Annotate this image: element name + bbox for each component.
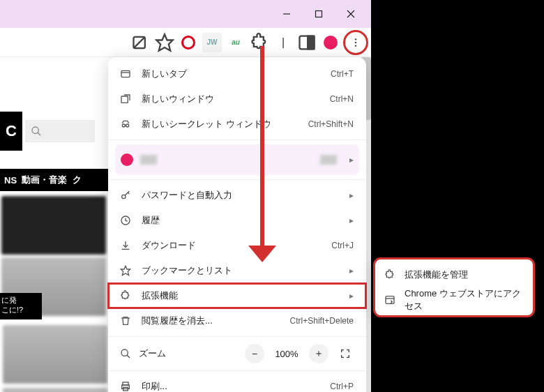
menu-separator [108,140,366,140]
profile-name-blurred [140,155,157,165]
download-icon [119,239,132,252]
minimize-button[interactable] [271,3,303,25]
menu-label: 閲覧履歴を消去... [142,315,280,327]
incognito-icon [119,118,132,130]
maximize-button[interactable] [303,3,335,25]
menu-new-incognito[interactable]: 新しいシークレット ウィンドウ Ctrl+Shift+N [108,112,366,137]
svg-line-22 [128,193,129,194]
divider: | [273,33,293,52]
nav-more[interactable]: ク [73,174,82,186]
svg-rect-1 [316,11,322,17]
svg-point-12 [32,127,38,133]
nav-video[interactable]: 動画・音楽 [22,174,67,186]
menu-downloads[interactable]: ダウンロード Ctrl+J [108,233,366,258]
svg-line-28 [127,355,130,358]
extensions-puzzle-icon [119,289,132,302]
menu-shortcut: Ctrl+N [330,94,354,104]
trash-icon [119,315,132,327]
close-button[interactable] [335,3,367,25]
profile-sync-blurred [320,155,337,165]
main-menu: 新しいタブ Ctrl+T 新しいウィンドウ Ctrl+N 新しいシークレット ウ… [108,57,366,392]
category-nav[interactable]: NS 動画・音楽 ク [0,169,108,191]
kebab-menu-button[interactable] [345,31,367,54]
chevron-right-icon: ▸ [349,291,354,301]
menu-label: ブックマークとリスト [142,264,334,277]
svg-rect-14 [121,70,130,77]
webstore-icon [384,294,396,306]
menu-shortcut: Ctrl+Shift+N [308,119,354,129]
submenu-label: 拡張機能を管理 [405,269,468,281]
svg-point-17 [122,124,125,127]
menu-separator [108,336,366,337]
adblock-icon[interactable] [131,33,151,52]
chevron-right-icon: ▸ [349,190,354,200]
new-tab-icon [119,68,132,80]
menu-shortcut: Ctrl+P [330,382,354,391]
print-icon [119,380,132,392]
side-panel-icon[interactable] [297,33,317,52]
svg-point-20 [122,195,126,198]
submenu-label: Chrome ウェブストアにアクセス [405,287,524,312]
thumbnail[interactable] [3,325,107,384]
menu-bookmarks[interactable]: ブックマークとリスト ▸ [108,258,366,283]
menu-label: 印刷... [142,380,320,392]
history-icon [119,214,132,227]
menu-label: 新しいウィンドウ [142,93,320,105]
bookmark-star-icon [119,264,132,277]
site-logo[interactable]: C [0,112,22,151]
svg-marker-6 [156,34,172,50]
menu-label: ズーム [139,347,238,360]
svg-point-27 [121,349,128,356]
submenu-manage-extensions[interactable]: 拡張機能を管理 [374,262,534,287]
thumbnail[interactable] [1,196,106,255]
menu-label: 新しいタブ [142,68,321,80]
svg-point-18 [126,124,129,127]
svg-point-9 [355,38,356,40]
menu-passwords[interactable]: パスワードと自動入力 ▸ [108,183,366,208]
extensions-puzzle-icon [384,269,396,281]
menu-zoom: ズーム − 100% ＋ [108,340,366,368]
submenu-chrome-webstore[interactable]: Chrome ウェブストアにアクセス [374,287,534,312]
menu-print[interactable]: 印刷... Ctrl+P [108,374,366,392]
nav-ns[interactable]: NS [4,175,17,186]
extension-icon-3[interactable]: au [226,33,245,52]
browser-toolbar: JW au | [0,28,371,57]
menu-shortcut: Ctrl+T [331,69,354,79]
menu-clear-browsing-data[interactable]: 閲覧履歴を消去... Ctrl+Shift+Delete [108,308,366,333]
new-window-icon [119,93,132,105]
profile-avatar[interactable] [321,33,340,52]
window-title-bar [0,0,371,28]
zoom-icon [119,347,132,360]
menu-new-tab[interactable]: 新しいタブ Ctrl+T [108,61,366,86]
annotation-arrow [260,46,264,252]
zoom-in-button[interactable]: ＋ [309,344,328,363]
chevron-right-icon: ▸ [349,155,354,165]
zoom-out-button[interactable]: − [245,344,264,363]
chevron-right-icon: ▸ [349,216,354,225]
svg-marker-26 [121,266,130,275]
chevron-right-icon: ▸ [349,266,354,276]
annotation-arrow-head [248,246,276,262]
svg-point-11 [355,45,356,46]
menu-new-window[interactable]: 新しいウィンドウ Ctrl+N [108,86,366,112]
opera-extension-icon[interactable] [179,33,198,52]
thumbnail-caption: に発こに!? [0,293,42,319]
menu-extensions[interactable]: 拡張機能 ▸ [108,283,366,308]
svg-rect-16 [121,96,128,103]
extension-icon-2[interactable]: JW [202,33,222,52]
search-input[interactable] [25,120,95,142]
extensions-puzzle-icon[interactable] [250,33,269,52]
svg-line-13 [38,133,40,135]
thumbnail[interactable] [3,388,107,392]
bookmark-star-icon[interactable] [155,33,174,52]
menu-label: ダウンロード [142,239,322,252]
svg-line-5 [134,36,145,47]
extensions-submenu: 拡張機能を管理 Chrome ウェブストアにアクセス [374,258,534,317]
menu-history[interactable]: 履歴 ▸ [108,208,366,233]
menu-label: 拡張機能 [142,289,334,302]
fullscreen-button[interactable] [335,344,355,363]
menu-shortcut: Ctrl+J [331,241,354,250]
menu-profile-row[interactable]: ▸ [115,144,359,175]
svg-rect-8 [308,36,314,49]
menu-separator [108,370,366,371]
